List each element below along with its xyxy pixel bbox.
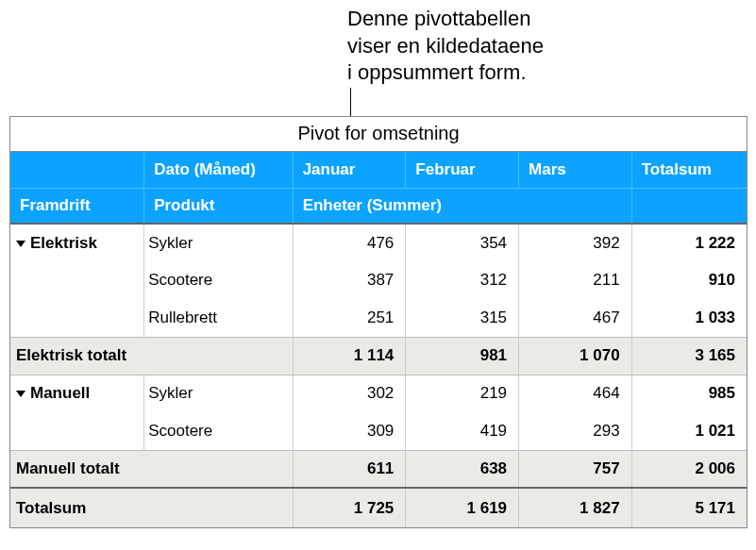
- group-spacer: [10, 299, 144, 337]
- subtotal-cell: 1 114: [293, 337, 406, 375]
- grand-total-cell: 1 619: [406, 488, 519, 527]
- callout-line: viser en kildedataene: [347, 33, 544, 60]
- header-total[interactable]: Totalsum: [631, 152, 747, 188]
- table-row: Elektrisk Sykler 476 354 392 1 222: [10, 224, 747, 261]
- subtotal-row: Manuell totalt 611 638 757 2 006: [10, 450, 747, 488]
- grand-total-label: Totalsum: [10, 488, 293, 527]
- callout-line: i oppsummert form.: [347, 59, 544, 87]
- value-cell: 392: [519, 224, 632, 261]
- subtotal-total-cell: 2 006: [631, 450, 747, 488]
- value-cell: 387: [293, 261, 406, 299]
- value-cell: 312: [406, 261, 519, 299]
- table-row: Scootere 309 419 293 1 021: [10, 412, 747, 450]
- product-cell: Sykler: [144, 375, 293, 412]
- value-cell: 476: [293, 224, 406, 261]
- product-cell: Scootere: [144, 412, 293, 450]
- value-cell: 464: [519, 375, 632, 412]
- row-total-cell: 985: [631, 375, 747, 412]
- value-cell: 419: [406, 412, 519, 450]
- value-cell: 309: [293, 412, 406, 450]
- grand-total-cell: 1 725: [293, 488, 406, 527]
- group-toggle-elektrisk[interactable]: Elektrisk: [10, 224, 144, 261]
- group-spacer: [10, 412, 144, 450]
- subtotal-cell: 981: [406, 337, 519, 375]
- header-date[interactable]: Dato (Måned): [144, 152, 293, 188]
- product-cell: Rullebrett: [144, 299, 293, 337]
- value-cell: 302: [293, 375, 406, 412]
- product-cell: Sykler: [144, 224, 293, 261]
- header-blank: [10, 152, 144, 188]
- callout-connector: [350, 88, 351, 116]
- header-measure[interactable]: Enheter (Summer): [293, 188, 631, 224]
- subtotal-cell: 611: [293, 450, 406, 488]
- subtotal-total-cell: 3 165: [631, 337, 747, 375]
- value-cell: 354: [406, 224, 519, 261]
- pivot-table: Pivot for omsetning Dato (Måned) Januar …: [9, 116, 748, 528]
- value-cell: 293: [519, 412, 632, 450]
- chevron-down-icon: [16, 241, 25, 247]
- group-name: Elektrisk: [30, 234, 97, 252]
- table-row: Manuell Sykler 302 219 464 985: [10, 375, 747, 412]
- value-cell: 467: [519, 299, 632, 337]
- header-category[interactable]: Framdrift: [10, 188, 144, 224]
- subtotal-cell: 638: [406, 450, 519, 488]
- group-toggle-manuell[interactable]: Manuell: [10, 375, 144, 412]
- value-cell: 251: [293, 299, 406, 337]
- row-total-cell: 1 033: [631, 299, 747, 337]
- header-month-mar[interactable]: Mars: [519, 152, 632, 188]
- grand-total-total-cell: 5 171: [631, 488, 747, 527]
- row-total-cell: 1 021: [631, 412, 747, 450]
- subtotal-label: Elektrisk totalt: [10, 337, 293, 375]
- grand-total-row: Totalsum 1 725 1 619 1 827 5 171: [10, 488, 747, 527]
- callout-line: Denne pivottabellen: [347, 6, 544, 33]
- row-total-cell: 910: [631, 261, 747, 299]
- table-row: Rullebrett 251 315 467 1 033: [10, 299, 747, 337]
- value-cell: 219: [406, 375, 519, 412]
- pivot-title: Pivot for omsetning: [10, 117, 747, 152]
- header-row-fields: Framdrift Produkt Enheter (Summer): [10, 188, 747, 224]
- header-product[interactable]: Produkt: [144, 188, 293, 224]
- header-blank-right: [631, 188, 747, 224]
- subtotal-cell: 757: [519, 450, 632, 488]
- callout-text: Denne pivottabellen viser en kildedataen…: [347, 6, 544, 87]
- group-spacer: [10, 261, 144, 299]
- header-row-months: Dato (Måned) Januar Februar Mars Totalsu…: [10, 152, 747, 188]
- subtotal-row: Elektrisk totalt 1 114 981 1 070 3 165: [10, 337, 747, 375]
- group-name: Manuell: [30, 384, 90, 402]
- subtotal-label: Manuell totalt: [10, 450, 293, 488]
- value-cell: 315: [406, 299, 519, 337]
- grand-total-cell: 1 827: [519, 488, 632, 527]
- chevron-down-icon: [16, 391, 25, 397]
- value-cell: 211: [519, 261, 632, 299]
- subtotal-cell: 1 070: [519, 337, 632, 375]
- header-month-jan[interactable]: Januar: [293, 152, 406, 188]
- table-row: Scootere 387 312 211 910: [10, 261, 747, 299]
- product-cell: Scootere: [144, 261, 293, 299]
- row-total-cell: 1 222: [631, 224, 747, 261]
- header-month-feb[interactable]: Februar: [406, 152, 519, 188]
